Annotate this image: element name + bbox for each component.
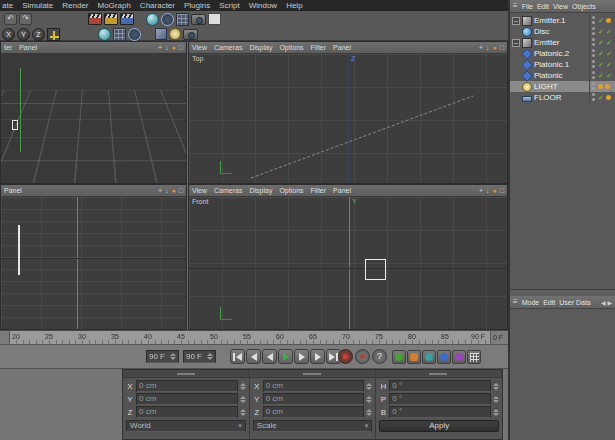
record-scale-toggle[interactable] [407, 350, 421, 364]
object-row-emitter[interactable]: Emitter [510, 37, 615, 48]
panel-menu-icon[interactable]: ≡ [513, 298, 518, 306]
viewport-menu-options[interactable]: Options [279, 44, 303, 51]
enabled-check-icon[interactable] [606, 28, 612, 35]
position-x-field[interactable]: 0 cm [136, 380, 238, 392]
viewport-rotate-icon[interactable]: ● [493, 44, 497, 51]
timeline-ticks[interactable]: 20 25 30 35 40 45 50 55 60 65 70 75 80 8… [0, 331, 490, 344]
array-icon[interactable] [176, 13, 189, 26]
previous-key-button[interactable] [246, 349, 261, 364]
enabled-check-icon[interactable] [598, 61, 604, 68]
size-y-field[interactable]: 0 cm [263, 393, 365, 405]
axis-lock-y-button[interactable]: Y [17, 28, 30, 41]
scene-object[interactable] [12, 120, 18, 130]
object-row-platonic[interactable]: Platonic [510, 70, 615, 81]
expander-icon[interactable] [512, 39, 520, 47]
undo-icon[interactable]: ↶ [4, 13, 17, 25]
stepper-icon[interactable] [207, 353, 213, 360]
mograph-matrix-icon[interactable] [113, 28, 126, 41]
menu-mograph[interactable]: MoGraph [98, 1, 131, 10]
next-key-button[interactable] [310, 349, 325, 364]
expander-icon[interactable] [512, 17, 520, 25]
state-dot-icon[interactable] [605, 84, 610, 89]
position-section-handle[interactable] [123, 370, 249, 377]
rotation-p-field[interactable]: 0 ° [389, 393, 491, 405]
record-parameter-toggle[interactable] [437, 350, 451, 364]
menu-simulate[interactable]: Simulate [22, 1, 53, 10]
camera-icon[interactable] [191, 14, 206, 25]
scene-camera-icon[interactable] [183, 29, 198, 40]
viewport-menu-filter[interactable]: Filter [311, 187, 327, 194]
viewport-menu-panel[interactable]: Panel [333, 187, 351, 194]
top-canvas[interactable]: Top Z [189, 54, 507, 183]
mograph-cloner-icon[interactable] [98, 28, 111, 41]
size-x-field[interactable]: 0 cm [263, 380, 365, 392]
keyframe-help-button[interactable]: ? [372, 349, 387, 364]
next-frame-button[interactable] [294, 349, 309, 364]
viewport-rotate-icon[interactable]: ● [172, 187, 176, 194]
state-dot-icon[interactable] [606, 95, 611, 100]
keyframe-selection-button[interactable] [467, 350, 481, 364]
om-menu-view[interactable]: View [553, 3, 568, 10]
record-keyframe-button[interactable] [338, 349, 353, 364]
viewport-maximize-icon[interactable]: □ [179, 44, 183, 51]
stepper-icon[interactable] [493, 383, 499, 390]
goto-start-button[interactable] [230, 349, 245, 364]
record-rotation-toggle[interactable] [422, 350, 436, 364]
size-mode-dropdown[interactable]: Scale [253, 420, 373, 432]
viewport-front[interactable]: View Cameras Display Options Filter Pane… [188, 184, 508, 330]
menu-plugins[interactable]: Plugins [184, 1, 210, 10]
viewport-menu-panel[interactable]: Panel [4, 187, 22, 194]
viewport-move-icon[interactable]: + [158, 187, 162, 194]
state-dot-icon[interactable] [606, 18, 611, 23]
autokey-button[interactable] [355, 349, 370, 364]
viewport-perspective[interactable]: ter Panel + ↓ ● □ [0, 41, 187, 184]
coordinate-system-icon[interactable] [47, 28, 60, 41]
viewport-menu-display[interactable]: Display [249, 187, 272, 194]
visibility-dots-icon[interactable] [592, 82, 596, 91]
record-pla-toggle[interactable] [452, 350, 466, 364]
viewport-zoom-icon[interactable]: ↓ [165, 187, 169, 194]
viewport-menu-filter[interactable]: Filter [311, 44, 327, 51]
nurbs-icon[interactable] [161, 13, 174, 26]
viewport-move-icon[interactable]: + [479, 44, 483, 51]
enabled-check-icon[interactable] [606, 39, 612, 46]
viewport-maximize-icon[interactable]: □ [500, 44, 504, 51]
om-menu-edit[interactable]: Edit [537, 3, 549, 10]
object-row-platonic1[interactable]: Platonic.1 [510, 59, 615, 70]
am-menu-mode[interactable]: Mode [522, 299, 540, 306]
viewport-menu-cameras[interactable]: Cameras [214, 187, 242, 194]
stepper-icon[interactable] [366, 383, 372, 390]
primitive-sphere-icon[interactable] [146, 13, 159, 26]
viewport-move-icon[interactable]: + [479, 187, 483, 194]
viewport-menu-options[interactable]: Options [279, 187, 303, 194]
coordinate-system-dropdown[interactable]: World [126, 420, 246, 432]
viewport-zoom-icon[interactable]: ↓ [165, 44, 169, 51]
enabled-check-icon[interactable] [598, 17, 604, 24]
light-tool-icon[interactable] [169, 28, 181, 40]
enabled-check-icon[interactable] [606, 50, 612, 57]
stepper-icon[interactable] [366, 409, 372, 416]
viewport-menu-cameras[interactable]: Cameras [214, 44, 242, 51]
visibility-dots-icon[interactable] [592, 27, 596, 36]
rotation-h-field[interactable]: 0 ° [389, 380, 491, 392]
side-canvas[interactable] [1, 197, 186, 329]
history-arrows-icon[interactable]: ◀ ▶ [601, 299, 612, 306]
viewport-rotate-icon[interactable]: ● [172, 44, 176, 51]
viewport-menu-view[interactable]: View [192, 44, 207, 51]
position-z-field[interactable]: 0 cm [136, 406, 238, 418]
enabled-check-icon[interactable] [606, 72, 612, 79]
viewport-rotate-icon[interactable]: ● [493, 187, 497, 194]
menu-script[interactable]: Script [219, 1, 239, 10]
object-row-light[interactable]: LIGHT [510, 81, 615, 92]
scene-object[interactable] [18, 225, 20, 275]
visibility-dots-icon[interactable] [592, 71, 596, 80]
stepper-icon[interactable] [240, 383, 246, 390]
viewport-menu-panel[interactable]: Panel [19, 44, 37, 51]
stepper-icon[interactable] [240, 396, 246, 403]
object-row-platonic2[interactable]: Platonic.2 [510, 48, 615, 59]
menu-animate[interactable]: ate [2, 1, 13, 10]
menu-render[interactable]: Render [62, 1, 88, 10]
redo-icon[interactable]: ↷ [19, 13, 32, 25]
object-row-emitter1[interactable]: Emitter.1 [510, 15, 615, 26]
viewport-menu-display[interactable]: Display [249, 44, 272, 51]
